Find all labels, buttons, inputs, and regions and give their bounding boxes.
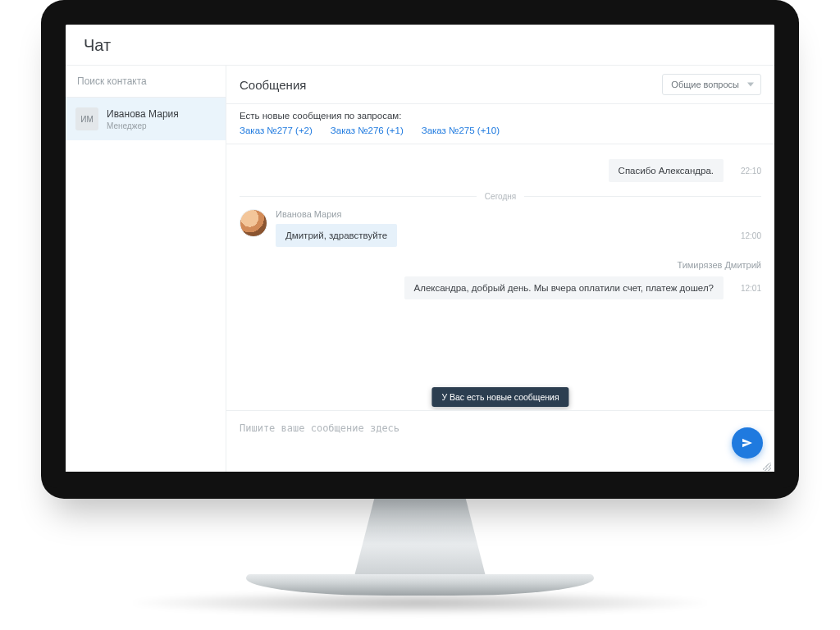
message-bubble: Спасибо Александра.	[609, 159, 724, 182]
message-bubble: Александра, добрый день. Мы вчера оплати…	[404, 276, 724, 299]
contact-meta: Иванова Мария Менеджер	[107, 108, 179, 130]
notice-heading: Есть новые сообщения по запросам:	[240, 111, 761, 121]
contact-name: Иванова Мария	[107, 108, 179, 120]
message-time: 22:10	[737, 167, 761, 176]
monitor-frame: Чат Поиск контакта ИМ Иванова Мария Мене…	[41, 0, 799, 499]
order-link[interactable]: Заказ №277 (+2)	[240, 126, 313, 135]
send-icon	[741, 436, 754, 450]
day-separator: Сегодня	[240, 192, 761, 201]
message-row-incoming: Спасибо Александра. 22:10	[240, 159, 761, 182]
contact-avatar: ИМ	[75, 107, 98, 130]
contact-search[interactable]: Поиск контакта	[66, 66, 226, 98]
message-time: 12:00	[737, 231, 761, 240]
chat-main: Сообщения Общие вопросы Есть новые сообщ…	[226, 66, 774, 474]
sidebar: Поиск контакта ИМ Иванова Мария Менеджер	[66, 66, 226, 474]
message-row-incoming: Александра, добрый день. Мы вчера оплати…	[240, 276, 761, 299]
message-time: 12:01	[737, 284, 761, 293]
filter-dropdown-label: Общие вопросы	[671, 80, 739, 89]
message-composer	[226, 410, 774, 474]
notice-links: Заказ №277 (+2) Заказ №276 (+1) Заказ №2…	[240, 126, 761, 135]
resize-handle[interactable]	[763, 463, 771, 471]
message-input[interactable]	[240, 422, 730, 445]
sender-avatar	[240, 209, 267, 237]
monitor-chin	[41, 472, 799, 488]
page-title: Чат	[66, 25, 774, 66]
sender-name: Тимирязев Дмитрий	[240, 260, 761, 270]
message-row-outgoing: Иванова Мария Дмитрий, здравствуйте 12:0…	[240, 209, 761, 247]
new-messages-notice: Есть новые сообщения по запросам: Заказ …	[226, 104, 774, 144]
sender-name: Иванова Мария	[276, 209, 761, 219]
message-bubble: Дмитрий, здравствуйте	[276, 224, 397, 247]
chevron-down-icon	[747, 83, 754, 87]
monitor-stand-neck	[353, 488, 487, 582]
chat-title: Сообщения	[240, 78, 306, 92]
new-messages-tooltip[interactable]: У Вас есть новые сообщения	[431, 387, 568, 407]
chat-header: Сообщения Общие вопросы	[226, 66, 774, 104]
message-thread[interactable]: Спасибо Александра. 22:10 Сегодня Иванов…	[226, 144, 774, 410]
send-button[interactable]	[732, 427, 763, 459]
day-separator-label: Сегодня	[485, 192, 516, 201]
screen: Чат Поиск контакта ИМ Иванова Мария Мене…	[66, 25, 774, 474]
contact-list-item[interactable]: ИМ Иванова Мария Менеджер	[66, 98, 226, 140]
filter-dropdown[interactable]: Общие вопросы	[662, 74, 761, 95]
app-body: Поиск контакта ИМ Иванова Мария Менеджер…	[66, 66, 774, 474]
contact-role: Менеджер	[107, 121, 179, 130]
order-link[interactable]: Заказ №276 (+1)	[331, 126, 404, 135]
order-link[interactable]: Заказ №275 (+10)	[422, 126, 500, 135]
